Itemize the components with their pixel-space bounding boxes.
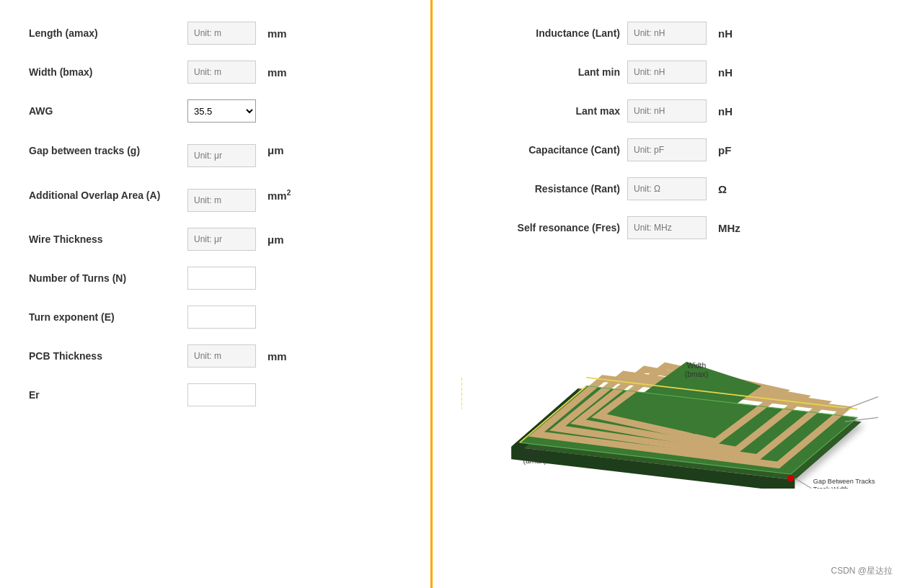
input-lant-max[interactable] [627, 99, 707, 122]
select-awg[interactable]: 35.5 34 36 38 40 [187, 99, 256, 122]
left-panel: Length (amax) mm Width (bmax) mm AWG 35.… [0, 0, 433, 588]
label-awg: AWG [29, 104, 180, 117]
form-row-wire-thickness: Wire Thickness μm [29, 228, 402, 251]
input-capacitance[interactable] [627, 138, 707, 161]
input-inductance[interactable] [627, 22, 707, 45]
footer-credit: CSDN @星达拉 [831, 565, 893, 577]
main-container: Length (amax) mm Width (bmax) mm AWG 35.… [0, 0, 907, 588]
unit-inductance: nH [718, 27, 733, 40]
label-self-resonance: Self resonance (Fres) [461, 222, 620, 233]
result-row-capacitance: Capacitance (Cant) pF [461, 138, 878, 161]
label-pcb-thickness: PCB Thickness [29, 349, 180, 362]
unit-gap: μm [267, 144, 284, 156]
label-overlap: Additional Overlap Area (A) [29, 186, 180, 202]
svg-text:(amax): (amax) [523, 457, 547, 465]
input-wire-thickness[interactable] [187, 228, 256, 251]
form-row-awg: AWG 35.5 34 36 38 40 [29, 99, 402, 122]
unit-length: mm [267, 27, 287, 40]
label-turns: Number of Turns (N) [29, 272, 180, 285]
label-capacitance: Capacitance (Cant) [461, 144, 620, 156]
label-gap: Gap between tracks (g) [29, 141, 180, 157]
label-lant-min: Lant min [461, 66, 620, 78]
form-row-overlap: Additional Overlap Area (A) mm2 [29, 183, 402, 212]
input-width[interactable] [187, 61, 256, 84]
label-inductance: Inductance (Lant) [461, 27, 620, 39]
label-lant-max: Lant max [461, 105, 620, 117]
form-row-gap: Gap between tracks (g) μm [29, 138, 402, 167]
input-gap[interactable] [187, 144, 256, 167]
svg-text:Track Width: Track Width [813, 486, 849, 488]
input-self-resonance[interactable] [627, 216, 707, 239]
unit-width: mm [267, 66, 287, 79]
input-turn-exp[interactable] [187, 306, 256, 329]
result-row-resistance: Resistance (Rant) Ω [461, 177, 878, 200]
unit-resistance: Ω [718, 183, 727, 195]
input-overlap[interactable] [187, 189, 256, 212]
svg-line-23 [795, 478, 811, 489]
label-er: Er [29, 388, 180, 401]
form-row-width: Width (bmax) mm [29, 61, 402, 84]
unit-lant-min: nH [718, 66, 733, 79]
label-resistance: Resistance (Rant) [461, 183, 620, 195]
input-turns[interactable] [187, 267, 256, 290]
svg-text:(bmax): (bmax) [685, 370, 708, 378]
result-row-lant-max: Lant max nH [461, 99, 878, 122]
unit-capacitance: pF [718, 144, 731, 156]
result-row-self-resonance: Self resonance (Fres) MHz [461, 216, 878, 239]
svg-text:Width: Width [687, 362, 707, 370]
unit-lant-max: nH [718, 105, 733, 117]
form-row-turns: Number of Turns (N) [29, 267, 402, 290]
label-turn-exp: Turn exponent (E) [29, 311, 180, 324]
label-width: Width (bmax) [29, 66, 180, 79]
label-wire-thickness: Wire Thickness [29, 233, 180, 246]
svg-point-26 [787, 475, 794, 481]
unit-self-resonance: MHz [718, 222, 740, 234]
svg-line-17 [845, 397, 878, 409]
svg-text:Gap Between Tracks: Gap Between Tracks [813, 478, 875, 485]
right-panel: Inductance (Lant) nH Lant min nH Lant ma… [433, 0, 907, 588]
form-row-er: Er [29, 383, 402, 406]
input-resistance[interactable] [627, 177, 707, 200]
unit-overlap: mm2 [267, 189, 291, 202]
result-row-inductance: Inductance (Lant) nH [461, 22, 878, 45]
form-row-pcb-thickness: PCB Thickness mm [29, 344, 402, 368]
unit-wire-thickness: μm [267, 233, 284, 246]
input-lant-min[interactable] [627, 61, 707, 84]
label-length: Length (amax) [29, 27, 180, 40]
form-row-length: Length (amax) mm [29, 22, 402, 45]
unit-pcb-thickness: mm [267, 350, 287, 362]
svg-text:Lenght: Lenght [523, 448, 547, 456]
result-row-lant-min: Lant min nH [461, 61, 878, 84]
input-pcb-thickness[interactable] [187, 344, 256, 368]
pcb-diagram-svg: Width (bmax) Lenght (amax) Track thickne… [461, 255, 878, 489]
form-row-turn-exp: Turn exponent (E) [29, 306, 402, 329]
input-er[interactable] [187, 383, 256, 406]
diagram-area: Width (bmax) Lenght (amax) Track thickne… [461, 255, 878, 489]
input-length[interactable] [187, 22, 256, 45]
